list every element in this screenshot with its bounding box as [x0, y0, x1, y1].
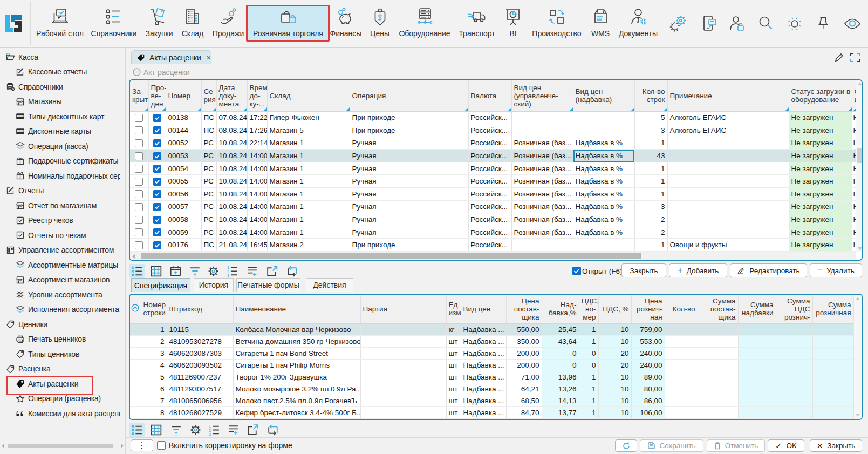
svg-text:3: 3 — [209, 432, 211, 437]
svg-text:3: 3 — [227, 273, 229, 278]
